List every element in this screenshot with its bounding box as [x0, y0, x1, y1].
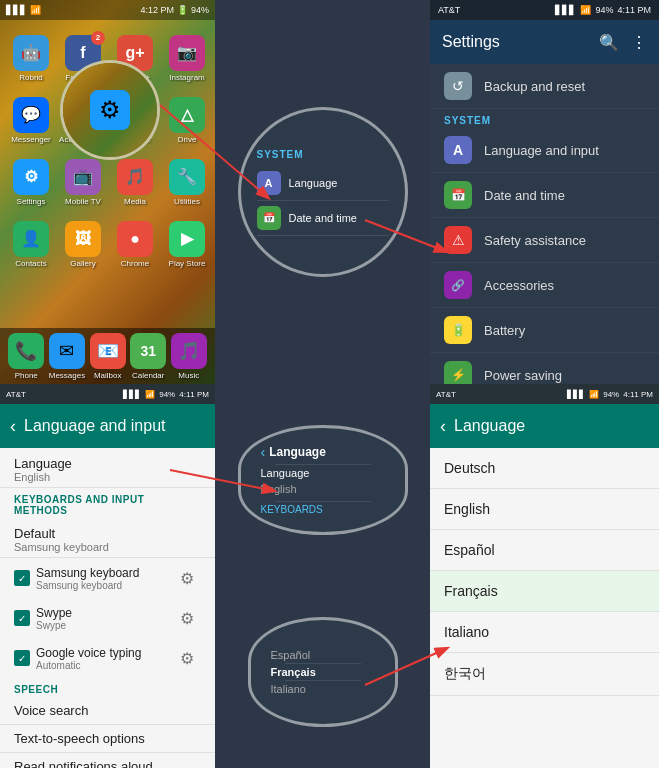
- keyboards-label: KEYBOARDS AND INPUT METHODS: [0, 488, 215, 518]
- language-time: 4:11 PM: [623, 390, 653, 399]
- dock-calendar[interactable]: 31 Calendar: [130, 333, 166, 380]
- settings-battery[interactable]: 🔋 Battery: [430, 308, 659, 353]
- settings-lang-input[interactable]: A Language and input: [430, 128, 659, 173]
- settings-status-bar: AT&T ▋▋▋ 📶 94% 4:11 PM: [430, 0, 659, 20]
- language-section[interactable]: Language English: [0, 448, 215, 488]
- lang-francais[interactable]: Français: [430, 571, 659, 612]
- safety-icon: ⚠: [444, 226, 472, 254]
- app-settings[interactable]: ⚙Settings: [6, 152, 56, 212]
- zoom-keyboards-label: KEYBOARDS: [261, 502, 385, 517]
- gvoice-checkbox[interactable]: ✓: [14, 650, 30, 666]
- lang-icon: A: [444, 136, 472, 164]
- dock-messages[interactable]: ✉ Messages: [49, 333, 85, 380]
- speech-label: SPEECH: [0, 678, 215, 697]
- zoom-francais: Français: [271, 664, 375, 680]
- app-gallery[interactable]: 🖼Gallery: [58, 214, 108, 274]
- signal-icon: ▋▋▋: [6, 5, 27, 15]
- settings-header-icons: 🔍 ⋮: [599, 33, 647, 52]
- battery-pct: 94%: [191, 5, 209, 15]
- search-icon[interactable]: 🔍: [599, 33, 619, 52]
- app-chrome[interactable]: ●Chrome: [110, 214, 160, 274]
- datetime-label: Date and time: [484, 188, 565, 203]
- gvoice-gear[interactable]: ⚙: [173, 644, 201, 672]
- lang-carrier: AT&T: [6, 390, 26, 399]
- power-icon: ⚡: [444, 361, 472, 384]
- swype-checkbox[interactable]: ✓: [14, 610, 30, 626]
- language-back-arrow[interactable]: ‹: [440, 416, 446, 437]
- panel-mid-bottom: ‹ Language Language English KEYBOARDS Es…: [215, 384, 430, 768]
- app-media[interactable]: 🎵Media: [110, 152, 160, 212]
- status-bar-home: ▋▋▋ 📶 4:12 PM 🔋 94%: [0, 0, 215, 20]
- app-contacts[interactable]: 👤Contacts: [6, 214, 56, 274]
- more-icon[interactable]: ⋮: [631, 33, 647, 52]
- settings-backup-reset[interactable]: ↺ Backup and reset: [430, 64, 659, 109]
- tts-label: Text-to-speech options: [14, 731, 201, 746]
- app-instagram[interactable]: 📷Instagram: [162, 28, 212, 88]
- language-wifi: 📶: [589, 390, 599, 399]
- zoom-datetime-item: 📅 Date and time: [257, 201, 389, 236]
- lang-english[interactable]: English: [430, 489, 659, 530]
- zoom-italiano: Italiano: [271, 681, 375, 697]
- settings-gear-zoom: ⚙: [90, 90, 130, 130]
- default-section: Default Samsung keyboard: [0, 518, 215, 558]
- swype-item[interactable]: ✓ Swype Swype ⚙: [0, 598, 215, 638]
- language-battery: 94%: [603, 390, 619, 399]
- settings-wifi: 📶: [580, 5, 591, 15]
- settings-safety[interactable]: ⚠ Safety assistance: [430, 218, 659, 263]
- swype-name: Swype: [36, 606, 167, 620]
- zoom-circle-settings: ⚙: [60, 60, 160, 160]
- home-dock: 📞 Phone ✉ Messages 📧 Mailbox 31 Calendar…: [0, 328, 215, 384]
- samsung-checkbox[interactable]: ✓: [14, 570, 30, 586]
- lang-deutsch[interactable]: Deutsch: [430, 448, 659, 489]
- lang-korean[interactable]: 한국어: [430, 653, 659, 696]
- settings-power[interactable]: ⚡ Power saving: [430, 353, 659, 384]
- lang-wifi: 📶: [145, 390, 155, 399]
- samsung-gear[interactable]: ⚙: [173, 564, 201, 592]
- settings-datetime[interactable]: 📅 Date and time: [430, 173, 659, 218]
- zoom-lang-text: Language: [289, 177, 338, 189]
- settings-header: Settings 🔍 ⋮: [430, 20, 659, 64]
- settings-title: Settings: [442, 33, 500, 51]
- voice-search-item[interactable]: Voice search: [0, 697, 215, 725]
- language-label: Language: [14, 456, 201, 471]
- language-signal: ▋▋▋: [567, 390, 585, 399]
- read-notif-item[interactable]: Read notifications aloud: [0, 753, 215, 768]
- swype-gear[interactable]: ⚙: [173, 604, 201, 632]
- zoom-settings-circle: SYSTEM A Language 📅 Date and time: [238, 107, 408, 277]
- dock-mailbox[interactable]: 📧 Mailbox: [90, 333, 126, 380]
- zoom-sys-label: SYSTEM: [257, 149, 389, 160]
- zoom-date-icon: 📅: [257, 206, 281, 230]
- zoom-lang-title: Language: [269, 445, 326, 459]
- app-utilities[interactable]: 🔧Utilities: [162, 152, 212, 212]
- lang-italiano[interactable]: Italiano: [430, 612, 659, 653]
- app-messenger[interactable]: 💬Messenger: [6, 90, 56, 150]
- back-arrow[interactable]: ‹: [10, 416, 16, 437]
- tts-item[interactable]: Text-to-speech options: [0, 725, 215, 753]
- app-play-store[interactable]: ▶Play Store: [162, 214, 212, 274]
- lang-espanol[interactable]: Español: [430, 530, 659, 571]
- panel-lang-input: AT&T ▋▋▋ 📶 94% 4:11 PM ‹ Language and in…: [0, 384, 215, 768]
- zoom-language-item: A Language: [257, 166, 389, 201]
- samsung-keyboard-item[interactable]: ✓ Samsung keyboard Samsung keyboard ⚙: [0, 558, 215, 598]
- settings-accessories[interactable]: 🔗 Accessories: [430, 263, 659, 308]
- language-carrier: AT&T: [436, 390, 456, 399]
- language-status-bar: AT&T ▋▋▋ 📶 94% 4:11 PM: [430, 384, 659, 404]
- dock-music[interactable]: 🎵 Music: [171, 333, 207, 380]
- app-mobile-tv[interactable]: 📺Mobile TV: [58, 152, 108, 212]
- backup-label: Backup and reset: [484, 79, 585, 94]
- dock-phone[interactable]: 📞 Phone: [8, 333, 44, 380]
- panel-language: AT&T ▋▋▋ 📶 94% 4:11 PM ‹ Language Deutsc…: [430, 384, 659, 768]
- read-notif-label: Read notifications aloud: [14, 759, 201, 768]
- lang-time: 4:11 PM: [179, 390, 209, 399]
- battery-setting-icon: 🔋: [444, 316, 472, 344]
- app-robrid[interactable]: 🤖Robrid: [6, 28, 56, 88]
- lang-signal: ▋▋▋: [123, 390, 141, 399]
- wifi-icon: 📶: [30, 5, 41, 15]
- panel-settings: AT&T ▋▋▋ 📶 94% 4:11 PM Settings 🔍 ⋮ ↺ Ba…: [430, 0, 659, 384]
- app-drive[interactable]: △Drive: [162, 90, 212, 150]
- zoom-back-arrow: ‹: [261, 444, 266, 460]
- gvoice-item[interactable]: ✓ Google voice typing Automatic ⚙: [0, 638, 215, 678]
- safety-label: Safety assistance: [484, 233, 586, 248]
- zoom-lang-icon: A: [257, 171, 281, 195]
- accessories-label: Accessories: [484, 278, 554, 293]
